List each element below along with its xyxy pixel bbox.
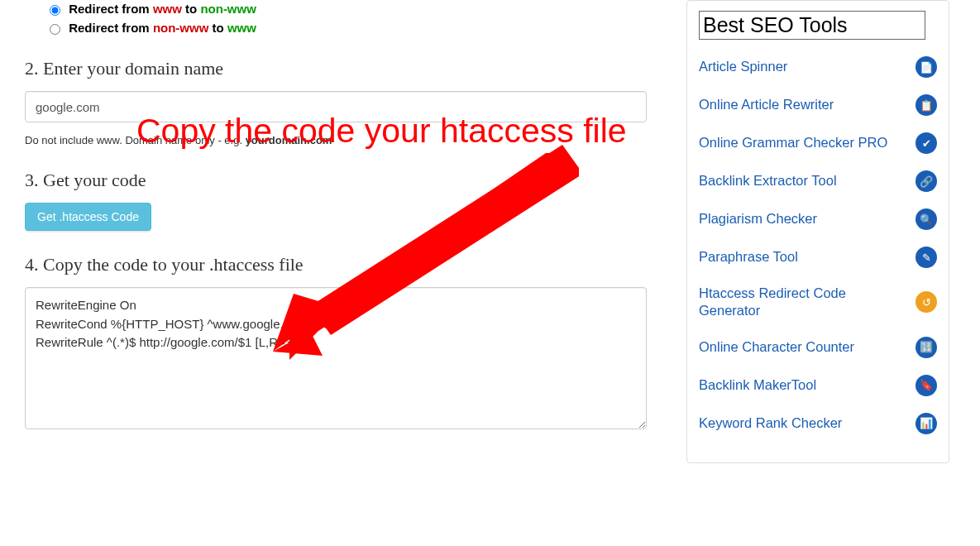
tool-row[interactable]: Keyword Rank Checker📊 [699,405,937,443]
domain-input[interactable] [25,91,647,122]
main-form: Redirect from www to non-www Redirect fr… [0,0,662,432]
option2-to: www [227,21,256,35]
tool-link[interactable]: Paraphrase Tool [699,248,798,266]
check-icon: ✔ [915,132,937,154]
step3-title: 3. Get your code [25,170,649,191]
option2-prefix: Redirect from [69,21,153,35]
tool-list: Article Spinner📄Online Article Rewriter📋… [699,48,937,443]
redirect-option-2[interactable]: Redirect from non-www to www [50,21,649,35]
tool-row[interactable]: Paraphrase Tool✎ [699,238,937,276]
tool-link[interactable]: Backlink Extractor Tool [699,172,837,189]
tool-link[interactable]: Htaccess Redirect Code Generator [699,285,889,320]
tool-row[interactable]: Htaccess Redirect Code Generator↺ [699,276,937,328]
domain-hint-text: Do not include www. Domain name only - e… [25,134,246,146]
rank-icon: 📊 [915,413,937,434]
tool-row[interactable]: Online Article Rewriter📋 [699,86,937,124]
tool-link[interactable]: Online Grammar Checker PRO [699,134,887,151]
tool-link[interactable]: Article Spinner [699,58,787,75]
tool-row[interactable]: Plagiarism Checker🔍 [699,200,937,238]
option1-from: www [153,2,182,16]
tool-link[interactable]: Keyword Rank Checker [699,414,842,432]
htaccess-code-output[interactable] [25,287,647,429]
tool-row[interactable]: Online Character Counter🔢 [699,328,937,366]
link-icon: 🔗 [915,170,937,192]
doc-icon: 📄 [915,56,937,78]
clipboard-icon: 📋 [915,94,937,116]
tool-link[interactable]: Online Character Counter [699,338,854,356]
tool-link[interactable]: Backlink MakerTool [699,376,816,394]
domain-hint-bold: yourdomain.com [246,134,332,146]
option1-prefix: Redirect from [69,2,153,16]
step2-title: 2. Enter your domain name [25,58,649,79]
tool-row[interactable]: Backlink Extractor Tool🔗 [699,162,937,200]
domain-hint: Do not include www. Domain name only - e… [25,134,649,146]
counter-icon: 🔢 [915,337,937,358]
radio-nonwww-to-www[interactable] [50,24,60,35]
tool-row[interactable]: Article Spinner📄 [699,48,937,86]
redirect-option-1[interactable]: Redirect from www to non-www [50,2,649,16]
backlink-icon: 🔖 [915,375,937,396]
option2-from: non-www [153,21,209,35]
tool-row[interactable]: Online Grammar Checker PRO✔ [699,124,937,162]
option1-to: non-www [200,2,256,16]
redirect-icon: ↺ [915,291,937,313]
get-htaccess-button[interactable]: Get .htaccess Code [25,203,151,231]
radio-www-to-nonwww[interactable] [50,5,60,16]
option2-to-word: to [213,21,227,35]
search-icon: 🔍 [915,208,937,230]
tool-link[interactable]: Plagiarism Checker [699,210,817,228]
sidebar-title: Best SEO Tools [699,11,925,40]
sidebar: Best SEO Tools Article Spinner📄Online Ar… [686,0,949,463]
step4-title: 4. Copy the code to your .htaccess file [25,254,649,275]
tool-link[interactable]: Online Article Rewriter [699,96,834,113]
tool-row[interactable]: Backlink MakerTool🔖 [699,366,937,405]
option1-to-word: to [185,2,200,16]
edit-icon: ✎ [915,247,937,268]
